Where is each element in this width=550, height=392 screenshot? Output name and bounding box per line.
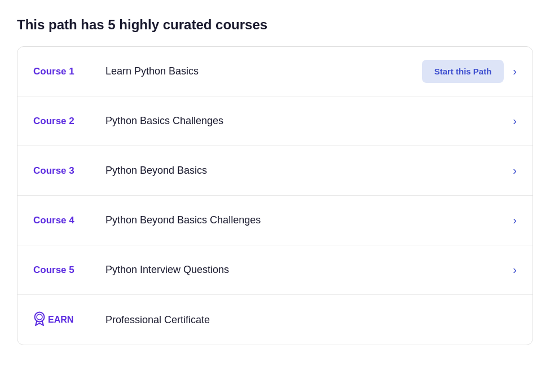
- course-row-4[interactable]: Course 4Python Beyond Basics Challenges›: [17, 196, 533, 245]
- course-label-1: Course 1: [33, 66, 101, 77]
- course-label-5: Course 5: [33, 265, 101, 276]
- earn-certificate-row[interactable]: EARNProfessional Certificate: [17, 295, 533, 345]
- svg-point-1: [37, 314, 42, 320]
- page-title: This path has 5 highly curated courses: [17, 11, 533, 33]
- course-row-1[interactable]: Course 1Learn Python BasicsStart this Pa…: [17, 47, 533, 96]
- courses-container: Course 1Learn Python BasicsStart this Pa…: [17, 46, 533, 345]
- chevron-right-icon: ›: [513, 214, 517, 227]
- chevron-right-icon: ›: [513, 263, 517, 276]
- start-path-button[interactable]: Start this Path: [422, 60, 504, 83]
- course-label-2: Course 2: [33, 116, 101, 127]
- earn-label: EARN: [33, 311, 101, 329]
- course-label-3: Course 3: [33, 165, 101, 177]
- chevron-right-icon: ›: [513, 164, 517, 177]
- course-title-2: Python Basics Challenges: [101, 115, 513, 127]
- course-title-3: Python Beyond Basics: [101, 165, 513, 177]
- course-row-3[interactable]: Course 3Python Beyond Basics›: [17, 146, 533, 196]
- course-row-5[interactable]: Course 5Python Interview Questions›: [17, 245, 533, 295]
- course-title-1: Learn Python Basics: [101, 65, 422, 77]
- course-row-2[interactable]: Course 2Python Basics Challenges›: [17, 96, 533, 146]
- svg-point-0: [35, 312, 45, 321]
- chevron-right-icon: ›: [513, 114, 517, 127]
- earn-certificate-title: Professional Certificate: [101, 314, 517, 326]
- chevron-right-icon: ›: [513, 65, 517, 78]
- course-title-5: Python Interview Questions: [101, 264, 513, 276]
- ribbon-icon: [33, 311, 46, 329]
- course-label-4: Course 4: [33, 215, 101, 226]
- earn-text: EARN: [48, 315, 73, 325]
- course-title-4: Python Beyond Basics Challenges: [101, 214, 513, 226]
